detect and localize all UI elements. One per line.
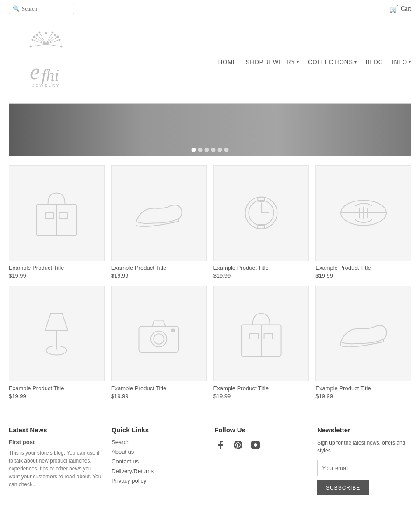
hero-dot-4[interactable] xyxy=(211,148,216,152)
hero-dot-3[interactable] xyxy=(205,148,209,152)
product-price: $19.99 xyxy=(214,272,309,279)
hero-dot-1[interactable] xyxy=(192,148,196,152)
product-title: Example Product Title xyxy=(9,265,105,271)
product-image xyxy=(315,286,411,381)
svg-rect-28 xyxy=(45,213,54,219)
product-card[interactable]: Example Product Title $19.99 xyxy=(214,286,309,399)
svg-point-45 xyxy=(151,331,167,347)
product-title: Example Product Title xyxy=(315,385,411,392)
hero-dot-6[interactable] xyxy=(224,148,229,152)
product-price: $19.99 xyxy=(315,272,411,279)
nav-info[interactable]: INFO ▾ xyxy=(392,59,411,65)
svg-point-17 xyxy=(60,46,62,47)
header-top: 🔍 🛒 Cart xyxy=(0,0,420,18)
hero-dot-2[interactable] xyxy=(198,148,203,152)
hero-slider[interactable] xyxy=(9,104,411,156)
footer-follow-us: Follow Us xyxy=(214,426,308,495)
svg-rect-29 xyxy=(60,213,68,219)
product-price: $19.99 xyxy=(111,272,207,279)
svg-point-15 xyxy=(54,34,56,36)
nav-shop-jewelry[interactable]: SHOP JEWELRY ▾ xyxy=(246,59,299,65)
quick-link-privacy[interactable]: Privacy policy xyxy=(112,477,146,484)
list-item: Delivery/Returns xyxy=(112,468,206,475)
quick-links-list: Search About us Contact us Delivery/Retu… xyxy=(112,439,206,484)
product-image xyxy=(214,286,309,381)
nav-home[interactable]: HOME xyxy=(218,59,237,65)
product-card[interactable]: Example Product Title $19.99 xyxy=(9,165,105,279)
svg-line-3 xyxy=(31,44,46,46)
svg-point-14 xyxy=(30,46,32,47)
products-section: Example Product Title $19.99 Example Pro… xyxy=(0,156,420,408)
svg-text:e: e xyxy=(30,59,40,84)
search-input[interactable] xyxy=(22,5,70,12)
footer-newsletter: Newsletter Sign up for the latest news, … xyxy=(317,426,411,495)
product-price: $19.99 xyxy=(111,393,207,399)
nav-collections[interactable]: COLLECTIONS ▾ xyxy=(308,59,357,65)
footer-follow-us-title: Follow Us xyxy=(214,426,308,434)
product-price: $19.99 xyxy=(315,393,411,399)
footer-quick-links: Quick Links Search About us Contact us D… xyxy=(112,426,206,495)
svg-text:fhi: fhi xyxy=(42,66,59,84)
product-title: Example Product Title xyxy=(214,385,309,392)
facebook-icon[interactable] xyxy=(214,439,227,451)
quick-link-search[interactable]: Search xyxy=(112,439,130,445)
quick-link-about[interactable]: About us xyxy=(112,448,134,455)
hero-dot-5[interactable] xyxy=(218,148,222,152)
product-card[interactable]: Example Product Title $19.99 xyxy=(9,286,105,399)
instagram-icon[interactable] xyxy=(249,439,262,451)
product-title: Example Product Title xyxy=(315,265,411,271)
footer: Latest News First post This is your stor… xyxy=(0,417,420,508)
search-form[interactable]: 🔍 xyxy=(9,4,74,14)
product-title: Example Product Title xyxy=(111,385,207,392)
chevron-down-icon: ▾ xyxy=(354,60,357,64)
copyright: Copyright © 2018, Efhi Jewelry. Powered … xyxy=(0,513,420,519)
main-nav: HOME SHOP JEWELRY ▾ COLLECTIONS ▾ BLOG I… xyxy=(218,59,411,65)
product-image xyxy=(111,286,207,381)
product-card[interactable]: Example Product Title $19.99 xyxy=(111,286,207,399)
svg-point-13 xyxy=(32,39,33,41)
logo[interactable]: e fhi JEWELRY xyxy=(9,25,83,99)
svg-point-21 xyxy=(57,36,59,38)
header-main: e fhi JEWELRY HOME SHOP JEWELRY ▾ COLLEC… xyxy=(0,18,420,103)
cart-link[interactable]: 🛒 Cart xyxy=(389,5,411,13)
list-item: Privacy policy xyxy=(112,477,206,484)
product-card[interactable]: Example Product Title $19.99 xyxy=(315,165,411,279)
product-image xyxy=(9,286,105,381)
svg-point-20 xyxy=(33,36,35,38)
nav-blog[interactable]: BLOG xyxy=(366,59,383,65)
svg-point-18 xyxy=(38,32,40,33)
product-card[interactable]: Example Product Title $19.99 xyxy=(214,165,309,279)
product-image xyxy=(9,165,105,261)
list-item: About us xyxy=(112,448,206,455)
svg-point-47 xyxy=(172,329,175,332)
cart-icon: 🛒 xyxy=(389,5,398,13)
svg-point-12 xyxy=(36,34,38,36)
footer-latest-news-title: Latest News xyxy=(9,426,103,434)
social-icons xyxy=(214,439,308,451)
product-price: $19.99 xyxy=(9,393,105,399)
product-title: Example Product Title xyxy=(9,385,105,392)
footer-grid: Latest News First post This is your stor… xyxy=(9,426,411,495)
footer-quick-links-title: Quick Links xyxy=(112,426,206,434)
cart-label: Cart xyxy=(401,5,411,12)
footer-divider xyxy=(9,413,411,413)
product-card[interactable]: Example Product Title $19.99 xyxy=(315,286,411,399)
footer-newsletter-title: Newsletter xyxy=(317,426,411,434)
hero-dots xyxy=(192,148,229,152)
list-item: Search xyxy=(112,439,206,446)
subscribe-button[interactable]: SUBSCRIBE xyxy=(317,480,369,495)
product-price: $19.99 xyxy=(214,393,309,399)
footer-post-title[interactable]: First post xyxy=(9,439,103,445)
svg-point-11 xyxy=(45,32,47,34)
product-price: $19.99 xyxy=(9,272,105,279)
product-image xyxy=(214,165,309,261)
pinterest-icon[interactable] xyxy=(232,439,244,451)
email-field[interactable] xyxy=(317,460,411,476)
quick-link-contact[interactable]: Contact us xyxy=(112,458,139,465)
product-image xyxy=(111,165,207,261)
quick-link-delivery[interactable]: Delivery/Returns xyxy=(112,468,154,474)
product-card[interactable]: Example Product Title $19.99 xyxy=(111,165,207,279)
product-title: Example Product Title xyxy=(111,265,207,271)
chevron-down-icon: ▾ xyxy=(297,60,299,64)
svg-rect-50 xyxy=(250,333,259,339)
